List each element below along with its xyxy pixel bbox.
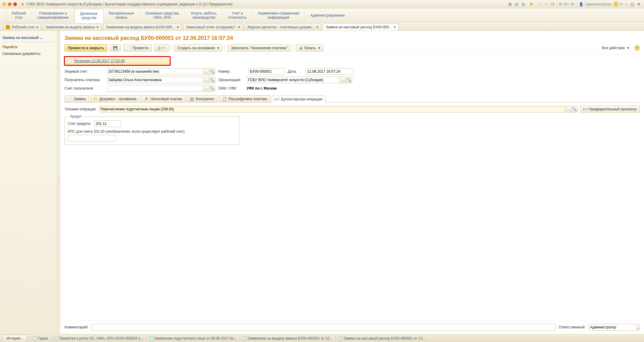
system-menu-dots[interactable] (2, 2, 17, 6)
user-icon: 👤 (579, 2, 583, 6)
section-materials[interactable]: Материальныезапасы (103, 9, 140, 21)
dot-1[interactable] (2, 2, 6, 6)
home-icon[interactable]: ⌂ (537, 2, 542, 7)
section-services[interactable]: Услуги, работы,производство (185, 9, 223, 21)
provest-button[interactable]: 📄Провести (123, 44, 152, 52)
preview-button[interactable]: ДтКтПредварительный просмотр (580, 106, 640, 113)
tab-tax[interactable]: ₽Налоговый платеж (141, 95, 185, 102)
calendar-icon[interactable]: 📅 (354, 68, 354, 74)
provest-close-button[interactable]: Провести и закрыть (65, 44, 107, 52)
dot-2[interactable] (8, 2, 11, 6)
user-name[interactable]: Администратор (585, 2, 611, 6)
tab-desktop[interactable]: Рабочий стол× (3, 24, 41, 30)
tab-close-icon[interactable]: × (394, 25, 396, 29)
tab-close-icon[interactable]: × (177, 25, 179, 29)
section-planning[interactable]: Планирование исанкционирование (32, 9, 74, 21)
credit-account-input[interactable]: … 🔍 (94, 120, 121, 127)
all-actions-button[interactable]: Все действия▾ (599, 45, 632, 51)
search-icon[interactable]: 🔍 (346, 77, 352, 83)
status-link[interactable]: Исполнен 12.06.2017 17:02:45 (74, 59, 125, 63)
ellipsis-icon[interactable]: … (203, 77, 209, 83)
sidebar-link-related[interactable]: Связанные документы (2, 50, 55, 57)
taskbar-item[interactable]: Заявление подотчетного лица от 09.06.201… (150, 336, 237, 340)
taskbar-item[interactable]: Заявка на кассовый расход БУ00-000001 от… (339, 336, 425, 340)
splitter[interactable]: ⋮ (57, 31, 60, 334)
taskbar-item[interactable]: Принятие к учету ОС, НМА, НПА БУ00-00000… (54, 336, 143, 340)
dtkt-icon: ДтКт (583, 107, 588, 111)
section-admin[interactable]: Администрирование (305, 11, 350, 19)
maximize-button[interactable]: ▢ (630, 2, 635, 6)
tab-payment-detail[interactable]: 📋Расшифровка платежа (219, 95, 270, 102)
search-icon[interactable]: 🔍 (209, 68, 215, 74)
payer-input[interactable]: … 🔍 (107, 77, 215, 83)
operation-label: Типовая операция: (65, 107, 96, 111)
ellipsis-icon[interactable]: … (565, 106, 571, 112)
ellipsis-icon[interactable]: … (636, 324, 640, 330)
fill-purpose-button[interactable]: Заполнить "Назначение платежа" (228, 44, 291, 52)
tab-advance-report[interactable]: Авансовый отчет (создание) *× (183, 24, 243, 30)
tab-close-icon[interactable]: × (238, 25, 240, 29)
tab-accounting-op[interactable]: ДтКтБухгалтерская операция (272, 96, 326, 103)
dropdown-icon[interactable]: ▾ (620, 2, 622, 6)
m-plus-button[interactable]: M+ (564, 2, 569, 6)
operation-input[interactable]: … 🔍 (99, 106, 578, 112)
comment-input[interactable] (91, 324, 556, 331)
info-icon[interactable]: i (613, 2, 619, 7)
history-button[interactable]: История... (3, 335, 27, 342)
dtkt-button[interactable]: ДтКт (154, 44, 169, 52)
close-button[interactable]: ✕ (636, 2, 642, 6)
toolbar-icon-2[interactable]: ▤ (514, 2, 519, 7)
section-accounting[interactable]: Учет иотчетность (223, 9, 252, 21)
building-icon: 🏢 (190, 97, 194, 101)
dtkt-icon: ДтКт (275, 97, 279, 101)
dot-3[interactable] (13, 2, 17, 6)
tab-close-icon[interactable]: × (36, 25, 38, 29)
tab-counterparty[interactable]: 🏢Контрагент (187, 95, 218, 102)
tab-close-icon[interactable]: × (96, 25, 99, 29)
minimize-button[interactable]: – (624, 2, 629, 6)
section-desktop[interactable]: Рабочийстол (6, 9, 32, 21)
ellipsis-icon[interactable]: … (203, 68, 209, 74)
number-input[interactable] (248, 68, 285, 75)
toolbar-icon-3[interactable]: ▥ (521, 2, 526, 7)
kps-input[interactable]: … 🔍 (68, 135, 116, 141)
favorite-star-icon[interactable]: ★ (21, 1, 25, 7)
section-cash[interactable]: Денежныесредства (74, 9, 103, 23)
calendar-icon[interactable]: 31 (550, 2, 555, 7)
responsible-label: Ответственный: (559, 325, 586, 329)
account-input[interactable]: … 🔍 (107, 68, 215, 75)
tab-zayavka[interactable]: 📄Заявка (65, 95, 89, 102)
ellipsis-icon[interactable]: … (116, 135, 116, 141)
print-button[interactable]: 🖨Печать▾ (296, 44, 323, 52)
tab-cash-request[interactable]: Заявка на кассовый расход БУ00-000...× (323, 24, 399, 30)
tab-close-icon[interactable]: × (316, 25, 318, 29)
create-based-button[interactable]: Создать на основании▾ (174, 44, 223, 52)
section-reference[interactable]: Нормативно-справочнаяинформация (252, 9, 305, 21)
ofk-label: ОФК / УФК: (218, 86, 244, 90)
save-button[interactable]: 💾 (110, 44, 121, 52)
taskbar-item[interactable]: Заявление на выдачу аванса БУ00-000001 о… (243, 336, 333, 340)
org-input[interactable]: … 🔍 (247, 77, 352, 83)
search-icon[interactable]: 🔍 (209, 85, 215, 91)
recipient-acc-input[interactable]: … 🔍 (107, 85, 215, 92)
taskbar-item[interactable]: Гараж (33, 336, 48, 340)
help-icon[interactable]: ? (634, 45, 640, 51)
responsible-input[interactable]: … 🔍 (589, 324, 640, 331)
ellipsis-icon[interactable]: … (340, 77, 346, 83)
favorite-icon[interactable]: ★ (529, 1, 533, 7)
printer-icon: 🖨 (299, 46, 303, 50)
section-assets[interactable]: Основные средства,НМА, НПА (140, 9, 185, 21)
tab-request-doc[interactable]: Заявление на выдачу аванса БУ00-000...× (103, 24, 182, 30)
m-button[interactable]: M (559, 2, 562, 6)
search-icon[interactable]: 🔍 (571, 106, 577, 112)
search-icon[interactable]: 🔍 (209, 77, 215, 83)
tab-requests-list[interactable]: Заявления на выдачу аванса× (43, 24, 101, 30)
ofk-value: УФК по г. Москве (247, 86, 277, 90)
m-minus-button[interactable]: M- (571, 2, 575, 6)
ellipsis-icon[interactable]: … (203, 85, 209, 91)
tab-basis[interactable]: 📁Документ - основание (90, 95, 140, 102)
date-input[interactable]: 📅 (306, 68, 354, 75)
tab-journal[interactable]: Журнал расчетно - платежных докуме...× (245, 24, 321, 30)
toolbar-icon-1[interactable]: ▦ (507, 2, 512, 7)
calculator-icon[interactable]: ▭ (544, 2, 548, 7)
